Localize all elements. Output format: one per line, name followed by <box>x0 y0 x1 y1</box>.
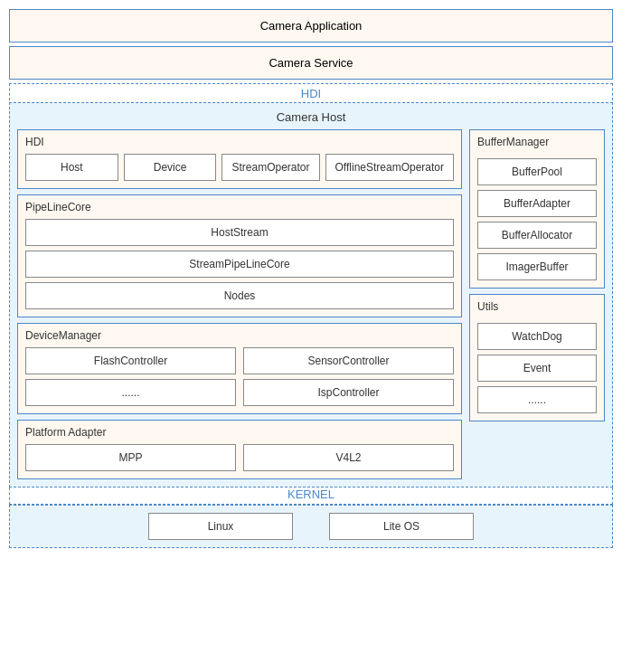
device-box: Device <box>124 154 217 181</box>
flashcontroller-box: FlashController <box>25 347 236 374</box>
pipeline-section-title: PipeLineCore <box>25 201 454 213</box>
hdi-row: Host Device StreamOperator OfflineStream… <box>25 154 454 181</box>
utils-section-title: Utils <box>477 300 597 313</box>
linux-box: Linux <box>148 513 293 540</box>
streampipelinecore-box: StreamPipeLineCore <box>25 251 454 278</box>
imagerbuffer-box: ImagerBuffer <box>477 253 597 280</box>
hoststream-box: HostStream <box>25 219 454 246</box>
event-box: Event <box>477 355 597 382</box>
device-section: DeviceManager FlashController ...... Sen… <box>17 323 462 414</box>
platform-section-title: Platform Adapter <box>25 426 454 439</box>
right-column: BufferManager BufferPool BufferAdapter B… <box>469 129 605 479</box>
watchdog-box: WatchDog <box>477 323 597 350</box>
utils-ellipsis-box: ...... <box>477 386 597 413</box>
offlinestreamoperator-box: OfflineStreamOperator <box>325 154 455 181</box>
kernel-row: Linux Lite OS <box>17 513 605 540</box>
camera-host-outer: Camera Host HDI Host Device StreamOperat… <box>9 102 613 487</box>
device-col1: FlashController ...... <box>25 347 236 406</box>
bufferadapter-box: BufferAdapter <box>477 190 597 217</box>
liteos-box: Lite OS <box>329 513 474 540</box>
utils-section: Utils WatchDog Event ...... <box>469 294 605 421</box>
camera-host-title: Camera Host <box>17 110 605 124</box>
camera-service-box: Camera Service <box>9 46 613 80</box>
streamoperator-box: StreamOperator <box>221 154 319 181</box>
kernel-label: KERNEL <box>9 487 613 505</box>
v4l2-box: V4L2 <box>243 444 454 471</box>
buffer-section-title: BufferManager <box>477 136 597 148</box>
buffer-section: BufferManager BufferPool BufferAdapter B… <box>469 129 605 289</box>
camera-application-box: Camera Application <box>9 9 613 43</box>
bufferallocator-box: BufferAllocator <box>477 222 597 249</box>
ispcontroller-box: IspController <box>243 379 454 406</box>
kernel-outer: Linux Lite OS <box>9 505 613 548</box>
main-content: HDI Host Device StreamOperator OfflineSt… <box>17 129 605 479</box>
device-section-title: DeviceManager <box>25 329 454 342</box>
device-ellipsis-box: ...... <box>25 379 236 406</box>
host-box: Host <box>25 154 118 181</box>
bufferpool-box: BufferPool <box>477 158 597 185</box>
device-grid: FlashController ...... SensorController … <box>25 347 454 406</box>
diagram-wrapper: Camera Application Camera Service HDI Ca… <box>9 9 613 548</box>
pipeline-section: PipeLineCore HostStream StreamPipeLineCo… <box>17 194 462 317</box>
camera-application-label: Camera Application <box>260 19 363 33</box>
nodes-box: Nodes <box>25 282 454 309</box>
camera-service-label: Camera Service <box>269 56 353 70</box>
sensorcontroller-box: SensorController <box>243 347 454 374</box>
hdi-section: HDI Host Device StreamOperator OfflineSt… <box>17 129 462 189</box>
platform-section: Platform Adapter MPP V4L2 <box>17 420 462 479</box>
device-col2: SensorController IspController <box>243 347 454 406</box>
hdi-section-title: HDI <box>25 136 454 148</box>
left-column: HDI Host Device StreamOperator OfflineSt… <box>17 129 462 479</box>
platform-row: MPP V4L2 <box>25 444 454 471</box>
mpp-box: MPP <box>25 444 236 471</box>
hdi-label: HDI <box>9 83 613 100</box>
pipeline-col: HostStream StreamPipeLineCore Nodes <box>25 219 454 309</box>
